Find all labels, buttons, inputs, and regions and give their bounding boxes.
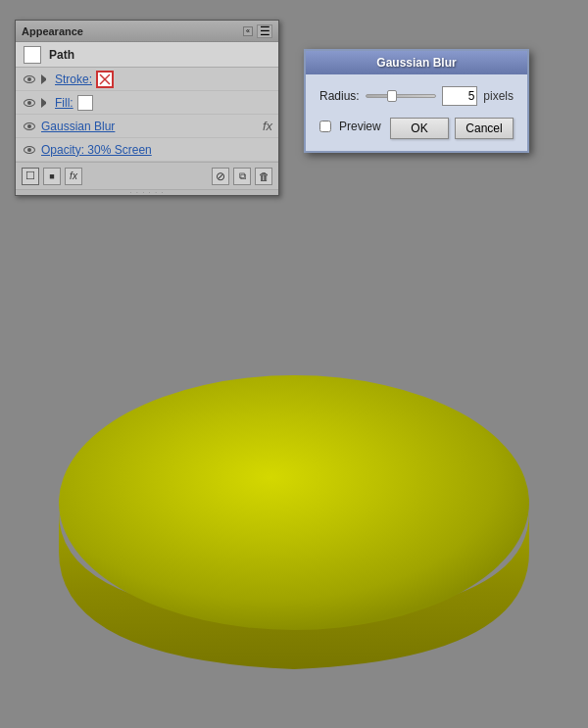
menu-icon: ☰ xyxy=(260,24,270,38)
eye-pupil xyxy=(27,77,31,81)
cancel-button[interactable]: Cancel xyxy=(455,118,514,139)
radius-units: pixels xyxy=(483,89,514,103)
panel-menu-btn[interactable]: ☰ xyxy=(257,24,272,38)
delete-button[interactable]: 🗑 xyxy=(255,168,272,185)
opacity-row: Opacity: 30% Screen xyxy=(16,138,278,162)
dialog-titlebar: Gaussian Blur xyxy=(306,51,527,74)
path-label: Path xyxy=(49,48,74,62)
new-item-button[interactable]: ☐ xyxy=(22,168,39,185)
stroke-row: Stroke: xyxy=(16,68,278,91)
stroke-expand-arrow[interactable] xyxy=(41,74,51,84)
gaussian-blur-label[interactable]: Gaussian Blur xyxy=(41,120,263,133)
panel-collapse-btn[interactable]: « xyxy=(243,26,253,36)
fill-label[interactable]: Fill: xyxy=(55,96,74,110)
panel-title: Appearance xyxy=(22,25,83,37)
dialog-buttons: OK Cancel xyxy=(390,118,514,139)
slider-thumb[interactable] xyxy=(387,90,397,102)
eye-pupil-fill xyxy=(27,101,31,105)
fill-row: Fill: xyxy=(16,91,278,115)
eye-icon-fill xyxy=(24,99,35,107)
opacity-label[interactable]: Opacity: 30% Screen xyxy=(41,143,152,157)
gaussian-blur-row: Gaussian Blur fx xyxy=(16,115,278,138)
panel-resize-handle[interactable]: · · · · · · xyxy=(16,189,278,195)
preview-label: Preview xyxy=(339,120,381,133)
fx-badge: fx xyxy=(263,119,272,133)
clear-button[interactable]: ⊘ xyxy=(212,168,229,185)
opacity-visibility-toggle[interactable] xyxy=(22,143,37,157)
eye-icon xyxy=(24,75,35,83)
preview-row: Preview xyxy=(319,120,381,133)
stroke-visibility-toggle[interactable] xyxy=(22,73,37,86)
stroke-label[interactable]: Stroke: xyxy=(55,73,92,86)
dialog-title: Gaussian Blur xyxy=(376,56,456,70)
gaussian-visibility-toggle[interactable] xyxy=(22,120,37,133)
preview-checkbox[interactable] xyxy=(319,121,331,132)
radius-label: Radius: xyxy=(319,89,360,103)
fill-expand-arrow[interactable] xyxy=(41,98,51,108)
gaussian-blur-dialog: Gaussian Blur Radius: pixels Preview OK … xyxy=(304,49,529,153)
radius-row: Radius: pixels xyxy=(319,86,514,106)
eye-icon-opacity xyxy=(24,146,35,154)
fill-visibility-toggle[interactable] xyxy=(22,96,37,110)
yellow-disc-illustration xyxy=(39,336,549,708)
panel-titlebar: Appearance « ☰ xyxy=(16,21,278,42)
ok-button[interactable]: OK xyxy=(390,118,449,139)
disc-top xyxy=(59,375,529,630)
preview-buttons-row: Preview OK Cancel xyxy=(319,118,514,139)
eye-icon-gaussian xyxy=(24,122,35,130)
resize-dots: · · · · · · xyxy=(129,188,164,197)
path-row: Path xyxy=(16,42,278,68)
duplicate-button[interactable]: ⧉ xyxy=(233,168,251,185)
appearance-panel: Appearance « ☰ Path Stroke: xyxy=(15,20,279,196)
radius-input[interactable] xyxy=(442,86,477,106)
eye-pupil-gaussian xyxy=(27,124,31,128)
radius-slider[interactable] xyxy=(366,94,437,98)
fx-button[interactable]: fx xyxy=(65,168,82,185)
panel-controls: « ☰ xyxy=(243,24,272,38)
new-art-button[interactable]: ■ xyxy=(43,168,61,185)
path-swatch xyxy=(24,46,41,64)
eye-pupil-opacity xyxy=(27,148,31,152)
dialog-body: Radius: pixels Preview OK Cancel xyxy=(306,74,527,151)
fill-swatch[interactable] xyxy=(77,95,93,111)
stroke-swatch[interactable] xyxy=(96,71,114,88)
panel-toolbar: ☐ ■ fx ⊘ ⧉ 🗑 xyxy=(16,162,278,189)
stroke-x-icon xyxy=(98,73,112,86)
